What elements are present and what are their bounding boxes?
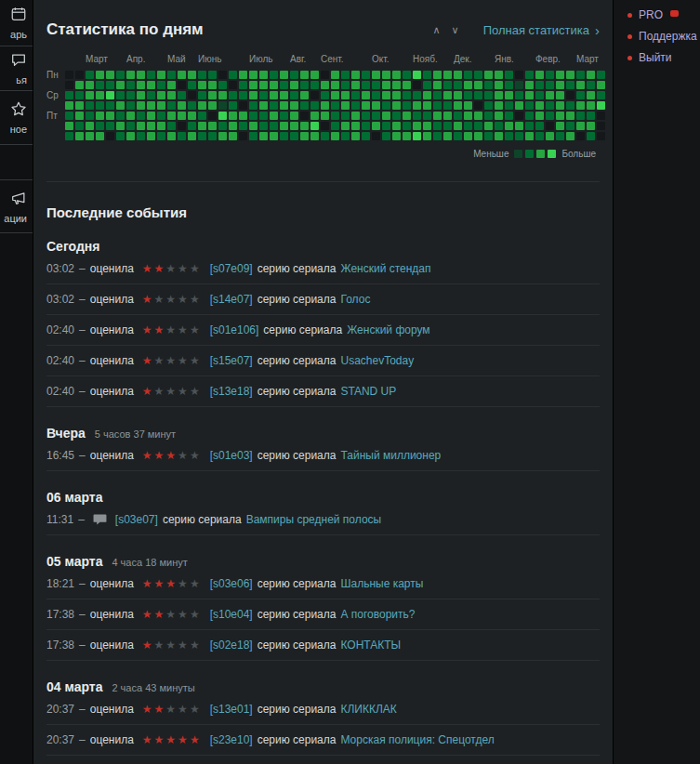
heatmap-cell[interactable] bbox=[433, 132, 442, 140]
heatmap-cell[interactable] bbox=[556, 101, 564, 110]
heatmap-cell[interactable] bbox=[403, 91, 411, 99]
heatmap-cell[interactable] bbox=[106, 81, 114, 89]
heatmap-cell[interactable] bbox=[515, 112, 523, 120]
heatmap-cell[interactable] bbox=[321, 71, 329, 79]
heatmap-cell[interactable] bbox=[443, 91, 452, 99]
heatmap-cell[interactable] bbox=[351, 112, 360, 120]
heatmap-cell[interactable] bbox=[525, 91, 534, 99]
heatmap-cell[interactable] bbox=[495, 71, 503, 79]
heatmap-cell[interactable] bbox=[290, 81, 298, 89]
heatmap-cell[interactable] bbox=[300, 81, 309, 89]
heatmap-cell[interactable] bbox=[198, 71, 206, 79]
menu-item-выйти[interactable]: Выйти bbox=[627, 51, 700, 64]
heatmap-cell[interactable] bbox=[137, 112, 145, 120]
heatmap-cell[interactable] bbox=[495, 112, 503, 120]
heatmap-cell[interactable] bbox=[413, 112, 421, 120]
heatmap-cell[interactable] bbox=[546, 132, 554, 140]
heatmap-cell[interactable] bbox=[382, 71, 390, 79]
heatmap-cell[interactable] bbox=[362, 112, 370, 120]
heatmap-cell[interactable] bbox=[198, 132, 206, 140]
heatmap-cell[interactable] bbox=[106, 132, 114, 140]
heatmap-cell[interactable] bbox=[229, 112, 237, 120]
heatmap-cell[interactable] bbox=[208, 101, 217, 110]
heatmap-cell[interactable] bbox=[597, 101, 605, 110]
heatmap-cell[interactable] bbox=[75, 91, 84, 99]
heatmap-cell[interactable] bbox=[218, 112, 227, 120]
heatmap-cell[interactable] bbox=[270, 71, 278, 79]
sidebar-item-2[interactable]: ное bbox=[0, 91, 33, 145]
heatmap-cell[interactable] bbox=[178, 81, 186, 89]
episode-link[interactable]: [s03e06] bbox=[210, 577, 253, 590]
heatmap-cell[interactable] bbox=[157, 122, 165, 130]
heatmap-cell[interactable] bbox=[515, 101, 523, 110]
heatmap-cell[interactable] bbox=[218, 101, 227, 110]
heatmap-cell[interactable] bbox=[351, 81, 360, 89]
heatmap-cell[interactable] bbox=[392, 122, 401, 130]
heatmap-cell[interactable] bbox=[65, 101, 73, 110]
episode-link[interactable]: [s14e07] bbox=[210, 293, 253, 306]
heatmap-cell[interactable] bbox=[178, 112, 186, 120]
heatmap-cell[interactable] bbox=[443, 81, 452, 89]
heatmap-cell[interactable] bbox=[188, 71, 196, 79]
heatmap-cell[interactable] bbox=[167, 101, 176, 110]
heatmap-cell[interactable] bbox=[321, 81, 329, 89]
heatmap-cell[interactable] bbox=[587, 71, 595, 79]
heatmap-cell[interactable] bbox=[167, 81, 176, 89]
heatmap-cell[interactable] bbox=[566, 71, 575, 79]
heatmap-cell[interactable] bbox=[86, 122, 94, 130]
heatmap-cell[interactable] bbox=[525, 122, 534, 130]
heatmap-cell[interactable] bbox=[546, 122, 554, 130]
heatmap-cell[interactable] bbox=[229, 71, 237, 79]
heatmap-cell[interactable] bbox=[433, 71, 442, 79]
heatmap-cell[interactable] bbox=[576, 122, 585, 130]
heatmap-cell[interactable] bbox=[321, 101, 329, 110]
heatmap-cell[interactable] bbox=[331, 122, 339, 130]
show-link[interactable]: Женский форум bbox=[347, 323, 429, 336]
heatmap-cell[interactable] bbox=[341, 112, 350, 120]
heatmap-cell[interactable] bbox=[464, 132, 472, 140]
heatmap-cell[interactable] bbox=[239, 101, 247, 110]
heatmap-cell[interactable] bbox=[147, 101, 155, 110]
heatmap-cell[interactable] bbox=[341, 132, 350, 140]
heatmap-cell[interactable] bbox=[525, 71, 534, 79]
heatmap-cell[interactable] bbox=[126, 122, 135, 130]
heatmap-cell[interactable] bbox=[546, 81, 554, 89]
heatmap-cell[interactable] bbox=[208, 81, 217, 89]
heatmap-cell[interactable] bbox=[505, 81, 513, 89]
heatmap-cell[interactable] bbox=[310, 122, 319, 130]
heatmap-cell[interactable] bbox=[341, 71, 350, 79]
heatmap-cell[interactable] bbox=[321, 112, 329, 120]
heatmap-cell[interactable] bbox=[341, 122, 350, 130]
heatmap-cell[interactable] bbox=[167, 112, 176, 120]
heatmap-cell[interactable] bbox=[351, 132, 360, 140]
heatmap-cell[interactable] bbox=[464, 81, 472, 89]
heatmap-cell[interactable] bbox=[423, 101, 431, 110]
heatmap-cell[interactable] bbox=[362, 71, 370, 79]
heatmap-cell[interactable] bbox=[96, 122, 104, 130]
heatmap-cell[interactable] bbox=[525, 101, 534, 110]
heatmap-cell[interactable] bbox=[413, 71, 421, 79]
heatmap-cell[interactable] bbox=[525, 132, 534, 140]
heatmap-cell[interactable] bbox=[300, 132, 309, 140]
heatmap-cell[interactable] bbox=[259, 122, 268, 130]
heatmap-cell[interactable] bbox=[495, 91, 503, 99]
heatmap-cell[interactable] bbox=[372, 71, 380, 79]
heatmap-cell[interactable] bbox=[474, 101, 482, 110]
heatmap-cell[interactable] bbox=[433, 81, 442, 89]
heatmap-cell[interactable] bbox=[546, 71, 554, 79]
heatmap-cell[interactable] bbox=[587, 81, 595, 89]
heatmap-cell[interactable] bbox=[86, 132, 94, 140]
heatmap-cell[interactable] bbox=[259, 81, 268, 89]
heatmap-cell[interactable] bbox=[218, 91, 227, 99]
heatmap-cell[interactable] bbox=[484, 91, 493, 99]
heatmap-cell[interactable] bbox=[137, 81, 145, 89]
heatmap-cell[interactable] bbox=[443, 132, 452, 140]
heatmap-cell[interactable] bbox=[535, 81, 544, 89]
heatmap-cell[interactable] bbox=[474, 112, 482, 120]
heatmap-cell[interactable] bbox=[597, 91, 605, 99]
heatmap-cell[interactable] bbox=[137, 91, 145, 99]
heatmap-cell[interactable] bbox=[413, 132, 421, 140]
heatmap-cell[interactable] bbox=[96, 132, 104, 140]
heatmap-cell[interactable] bbox=[270, 91, 278, 99]
heatmap-cell[interactable] bbox=[505, 71, 513, 79]
